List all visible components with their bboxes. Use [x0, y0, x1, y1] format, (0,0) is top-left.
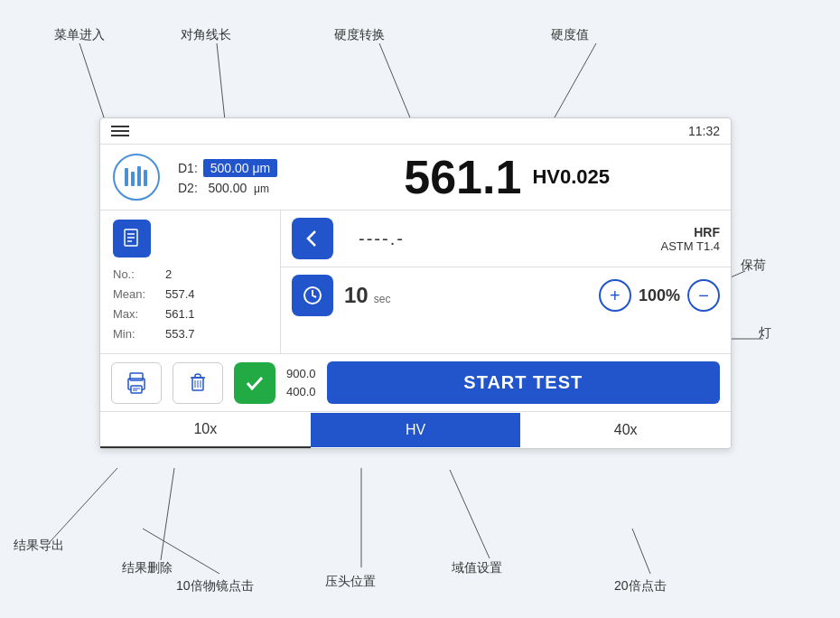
- annotation-hold: 保荷: [741, 258, 766, 274]
- annotation-light: 灯: [759, 325, 771, 342]
- annotation-export: 结果导出: [14, 538, 64, 554]
- confirm-button[interactable]: [234, 362, 275, 404]
- menu-button[interactable]: [111, 126, 129, 136]
- hardness-value: 561.1: [404, 154, 521, 201]
- mag-10x-button[interactable]: 10x: [100, 412, 311, 448]
- timer-light-row: 10 sec + 100% −: [281, 267, 731, 323]
- light-decrease-button[interactable]: −: [687, 279, 720, 312]
- annotation-diagonal: 对角线长: [181, 27, 231, 43]
- d1-value[interactable]: 500.00 μm: [203, 159, 277, 177]
- top-measurement-row: D1: 500.00 μm D2: 500.00 μm 561.1 HV0.02…: [100, 145, 731, 211]
- gauge-icon: [113, 154, 160, 201]
- timer-display: 10 sec: [344, 283, 390, 308]
- svg-line-7: [161, 468, 174, 560]
- annotation-indenter: 压头位置: [325, 574, 376, 590]
- device-frame: 11:32 D1: 500.00 μm D2: 500.00: [99, 117, 732, 449]
- middle-section: No.: 2 Mean: 557.4 Max: 561.1 Min: 553.7: [100, 211, 731, 354]
- light-increase-button[interactable]: +: [599, 279, 631, 312]
- d1-label: D1:: [178, 161, 198, 175]
- svg-rect-14: [137, 166, 141, 186]
- d2-label: D2:: [178, 181, 198, 195]
- svg-rect-23: [131, 386, 142, 393]
- scale-dashes: ----.-: [359, 229, 405, 249]
- coords-display: 900.0 400.0: [286, 365, 316, 400]
- stats-panel: No.: 2 Mean: 557.4 Max: 561.1 Min: 553.7: [100, 211, 281, 353]
- svg-rect-21: [130, 373, 143, 380]
- coord-y: 400.0: [286, 383, 316, 401]
- annotation-convert: 硬度转换: [334, 27, 385, 43]
- mag-row: 10x HV 40x: [100, 412, 731, 448]
- svg-line-6: [50, 468, 117, 542]
- mag-40x-button[interactable]: 40x: [520, 413, 731, 447]
- print-button[interactable]: [111, 362, 162, 404]
- hardness-unit: HV0.025: [532, 165, 610, 189]
- annotation-hv: 硬度值: [551, 27, 589, 43]
- scale-toggle-button[interactable]: [292, 218, 333, 259]
- svg-line-11: [632, 529, 650, 574]
- measurement-values: D1: 500.00 μm D2: 500.00 μm: [178, 159, 277, 195]
- delete-button[interactable]: [173, 362, 223, 404]
- svg-rect-13: [131, 172, 135, 186]
- annotation-menu-enter: 菜单进入: [54, 27, 105, 43]
- svg-rect-15: [144, 170, 147, 186]
- stats-table: No.: 2 Mean: 557.4 Max: 561.1 Min: 553.7: [113, 265, 267, 344]
- scale-line2: ASTM T1.4: [660, 239, 720, 253]
- svg-rect-12: [125, 168, 128, 186]
- light-control: + 100% −: [599, 279, 720, 312]
- annotation-threshold: 域值设置: [452, 560, 502, 576]
- hardness-display: 561.1 HV0.025: [295, 154, 718, 201]
- svg-line-10: [450, 470, 490, 558]
- stats-icon[interactable]: [113, 220, 151, 258]
- annotation-10x: 10倍物镜点击: [176, 578, 254, 595]
- coord-x: 900.0: [286, 365, 316, 383]
- scale-row: ----.- HRF ASTM T1.4: [281, 211, 731, 267]
- timer-icon-button[interactable]: [292, 275, 333, 316]
- action-row: 900.0 400.0 START TEST: [100, 354, 731, 412]
- time-display: 11:32: [688, 124, 720, 138]
- start-test-button[interactable]: START TEST: [327, 361, 720, 404]
- light-percent: 100%: [639, 286, 680, 305]
- right-controls: ----.- HRF ASTM T1.4 10 s: [281, 211, 731, 353]
- annotation-delete: 结果删除: [122, 560, 173, 576]
- scale-line1: HRF: [694, 225, 720, 239]
- mag-hv-button[interactable]: HV: [311, 413, 521, 447]
- annotation-20x: 20倍点击: [614, 578, 667, 595]
- header-bar: 11:32: [100, 118, 731, 145]
- d2-value: 500.00: [208, 181, 247, 195]
